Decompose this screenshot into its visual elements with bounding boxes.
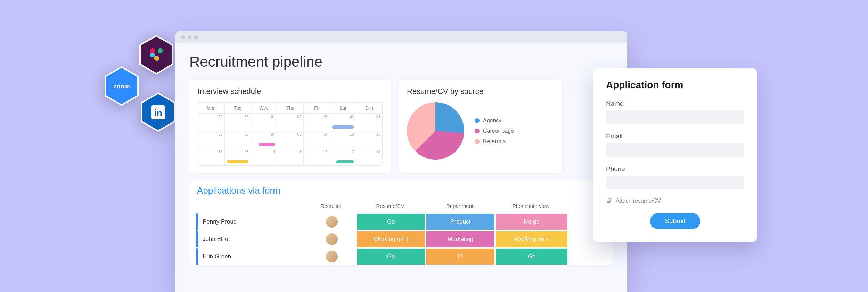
resume-status[interactable]: Go [355,247,425,265]
calendar-day-number: 10 [350,132,354,136]
calendar-day-number: 17 [350,150,354,154]
phone-interview-status[interactable]: No go [494,212,567,230]
legend-label: Referrals [483,138,506,145]
calendar-cell[interactable]: 03 [303,113,330,131]
recruiter-avatar[interactable] [307,230,355,247]
column-header: Recruiter [307,200,355,212]
calendar-day-number: 30 [245,115,248,119]
calendar-cell[interactable]: 15 [277,148,303,165]
legend-swatch-icon [475,139,480,144]
avatar-icon [326,233,338,245]
zoom-label: zoom [114,82,130,90]
calendar-event[interactable] [259,143,275,146]
calendar-day-header: Thu [277,103,303,113]
department-cell[interactable]: Marketing [425,230,494,247]
applicant-name[interactable]: Erin Green [196,247,307,265]
column-header [196,200,307,212]
calendar-cell[interactable]: 17 [330,148,356,165]
svg-text:in: in [154,107,162,118]
slack-integration-icon [139,35,174,75]
calendar-cell[interactable]: 10 [330,131,356,148]
department-cell[interactable]: Product [425,212,494,230]
svg-marker-0 [140,36,173,74]
calendar-cell[interactable]: 13 [224,148,251,165]
department-cell[interactable]: IT [425,247,494,265]
calendar-cell[interactable]: 05 [198,131,224,148]
calendar-event[interactable] [332,125,354,129]
calendar-cell[interactable]: 04 [356,113,382,131]
card-title: Resume/CV by source [407,87,554,96]
calendar-event[interactable] [336,160,354,163]
pie-chart [407,102,464,160]
calendar-day-number: 11 [376,132,380,136]
calendar-day-number: 13 [245,150,248,154]
email-input[interactable] [606,143,744,157]
calendar-cell[interactable]: 09 [303,131,330,148]
calendar-cell[interactable]: 16 [303,148,330,165]
legend-swatch-icon [475,129,480,133]
phone-input[interactable] [606,176,744,189]
phone-interview-status[interactable]: Working on it [494,230,567,247]
browser-window: Recruitment pipeline Interview schedule … [175,31,627,292]
submit-button[interactable]: Submit [650,213,700,229]
calendar[interactable]: MonTueWedThuFriSatSun 293001020304040506… [198,102,383,166]
resume-status[interactable]: Working on it [355,230,425,247]
calendar-day-number: 06 [245,132,248,136]
calendar-cell[interactable]: 08 [277,131,303,148]
calendar-day-number: 18 [376,150,380,154]
calendar-cell[interactable]: 14 [251,148,277,165]
calendar-cell[interactable]: 12 [198,148,224,165]
calendar-day-number: 16 [324,150,327,154]
resume-source-card: Resume/CV by source AgencyCareer pageRef… [399,80,562,173]
name-label: Name [606,100,744,107]
calendar-day-header: Mon [198,103,224,113]
applicant-name[interactable]: Penny Proud [196,212,307,230]
legend-item: Agency [475,117,514,124]
traffic-dot-icon [194,35,198,39]
calendar-cell[interactable]: 01 [251,113,277,131]
calendar-event[interactable] [227,160,249,163]
calendar-day-header: Fri [303,103,330,113]
calendar-day-number: 03 [324,115,327,119]
calendar-cell[interactable]: 07 [251,131,277,148]
calendar-cell[interactable]: 02 [277,113,303,131]
traffic-dot-icon [181,35,185,39]
paperclip-icon [606,198,612,204]
calendar-day-header: Sun [356,103,382,113]
legend-label: Agency [483,117,501,124]
attach-label: Attach resume/CV [616,198,661,204]
zoom-integration-icon: zoom [104,66,139,106]
linkedin-integration-icon: in [141,92,175,132]
name-input[interactable] [606,110,744,124]
calendar-cell[interactable]: 11 [356,131,382,148]
calendar-day-header: Tue [224,103,251,113]
svg-rect-3 [154,56,159,61]
calendar-cell[interactable]: 06 [224,131,251,148]
calendar-day-number: 05 [219,132,222,136]
calendar-day-header: Sat [330,103,356,113]
calendar-day-number: 15 [297,150,301,154]
attach-resume-link[interactable]: Attach resume/CV [606,198,744,204]
traffic-dot-icon [188,35,191,39]
resume-status[interactable]: Go [355,212,425,230]
email-label: Email [606,132,744,140]
calendar-cell[interactable]: 29 [198,113,224,131]
form-title: Application form [606,80,744,91]
recruiter-avatar[interactable] [307,247,355,265]
column-header: Resume/CV [355,200,425,212]
calendar-cell[interactable]: 18 [356,148,382,165]
application-form-card: Application form Name Email Phone Attach… [593,68,757,242]
avatar-icon [326,216,338,228]
column-header: Phone interview [494,200,567,212]
recruiter-avatar[interactable] [307,212,355,230]
svg-rect-4 [150,48,155,53]
svg-rect-2 [158,48,163,53]
calendar-day-number: 12 [219,150,222,154]
applications-title: Applications via form [196,185,607,196]
calendar-cell[interactable]: 04 [330,113,356,131]
calendar-day-number: 04 [350,115,354,119]
calendar-cell[interactable]: 30 [224,113,251,131]
applicant-name[interactable]: John Elliot [196,230,307,247]
calendar-day-number: 29 [219,115,222,119]
phone-interview-status[interactable]: Go [494,247,567,265]
